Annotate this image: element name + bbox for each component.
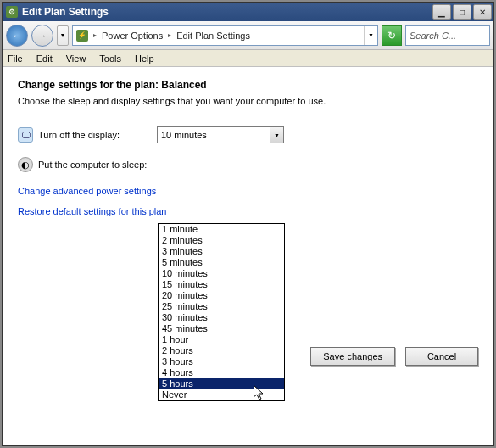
dropdown-option[interactable]: 4 hours bbox=[159, 367, 284, 378]
dropdown-option[interactable]: 2 hours bbox=[159, 345, 284, 356]
dropdown-option[interactable]: 5 minutes bbox=[159, 257, 284, 268]
address-bar[interactable]: ⚡ ▸ Power Options ▸ Edit Plan Settings ▼ bbox=[72, 25, 378, 46]
breadcrumb-1[interactable]: Power Options bbox=[102, 31, 163, 41]
dropdown-option[interactable]: 3 minutes bbox=[159, 246, 284, 257]
moon-icon: ◐ bbox=[18, 157, 33, 172]
arrow-left-icon: ← bbox=[13, 31, 22, 41]
menu-file[interactable]: File bbox=[8, 53, 23, 64]
dropdown-option[interactable]: 30 minutes bbox=[159, 312, 284, 323]
display-icon: 🖵 bbox=[18, 127, 33, 143]
link-restore-defaults[interactable]: Restore default settings for this plan bbox=[18, 206, 478, 216]
cancel-button-label: Cancel bbox=[427, 351, 456, 361]
link-advanced-settings[interactable]: Change advanced power settings bbox=[18, 186, 478, 196]
dropdown-option[interactable]: 3 hours bbox=[159, 356, 284, 367]
dropdown-option[interactable]: 1 minute bbox=[159, 224, 284, 235]
location-icon: ⚡ bbox=[76, 30, 88, 42]
save-button-label: Save changes bbox=[323, 351, 382, 361]
refresh-icon: ↻ bbox=[387, 30, 396, 42]
dropdown-option[interactable]: Never bbox=[159, 389, 284, 400]
setting-display-off: 🖵 Turn off the display: 10 minutes ▼ bbox=[18, 126, 478, 143]
display-off-label: Turn off the display: bbox=[38, 130, 157, 140]
refresh-button[interactable]: ↻ bbox=[382, 25, 402, 46]
search-input[interactable]: Search C... bbox=[405, 25, 490, 46]
maximize-button[interactable]: □ bbox=[453, 4, 471, 20]
menu-tools[interactable]: Tools bbox=[99, 53, 121, 64]
chevron-right-icon: ▸ bbox=[166, 31, 173, 39]
dropdown-option[interactable]: 20 minutes bbox=[159, 290, 284, 301]
page-heading: Change settings for the plan: Balanced bbox=[18, 79, 478, 91]
arrow-right-icon: → bbox=[38, 31, 47, 41]
button-row: Save changes Cancel bbox=[310, 347, 478, 366]
dropdown-option[interactable]: 15 minutes bbox=[159, 279, 284, 290]
save-button[interactable]: Save changes bbox=[310, 347, 395, 366]
titlebar: ⚙ Edit Plan Settings ▁ □ ✕ bbox=[3, 3, 493, 21]
menu-help[interactable]: Help bbox=[135, 53, 154, 64]
dropdown-option[interactable]: 1 hour bbox=[159, 334, 284, 345]
display-off-combo[interactable]: 10 minutes ▼ bbox=[157, 126, 284, 143]
search-placeholder: Search C... bbox=[410, 31, 456, 41]
forward-button[interactable]: → bbox=[31, 25, 53, 47]
menu-bar: File Edit View Tools Help bbox=[3, 50, 493, 67]
app-icon: ⚙ bbox=[6, 6, 18, 18]
minimize-button[interactable]: ▁ bbox=[432, 4, 451, 20]
display-off-value: 10 minutes bbox=[161, 130, 207, 140]
dropdown-option[interactable]: 25 minutes bbox=[159, 301, 284, 312]
combo-dropdown-button[interactable]: ▼ bbox=[270, 127, 283, 143]
address-dropdown[interactable]: ▼ bbox=[364, 26, 377, 45]
close-button[interactable]: ✕ bbox=[473, 4, 492, 20]
breadcrumb-2[interactable]: Edit Plan Settings bbox=[176, 31, 250, 41]
window-frame: ⚙ Edit Plan Settings ▁ □ ✕ ← → ▼ ⚡ ▸ Pow… bbox=[2, 2, 494, 446]
menu-view[interactable]: View bbox=[66, 53, 86, 64]
nav-history-dropdown[interactable]: ▼ bbox=[57, 25, 69, 46]
setting-sleep: ◐ Put the computer to sleep: bbox=[18, 157, 478, 172]
content-area: Change settings for the plan: Balanced C… bbox=[3, 67, 493, 445]
dropdown-option[interactable]: 45 minutes bbox=[159, 323, 284, 334]
menu-edit[interactable]: Edit bbox=[36, 53, 53, 64]
dropdown-option[interactable]: 5 hours bbox=[159, 378, 284, 389]
page-subtext: Choose the sleep and display settings th… bbox=[18, 96, 478, 106]
window-title: Edit Plan Settings bbox=[22, 6, 432, 18]
cancel-button[interactable]: Cancel bbox=[405, 347, 478, 366]
chevron-right-icon: ▸ bbox=[92, 31, 98, 39]
sleep-label: Put the computer to sleep: bbox=[38, 160, 157, 170]
dropdown-option[interactable]: 10 minutes bbox=[159, 268, 284, 279]
display-off-dropdown-list[interactable]: 1 minute2 minutes3 minutes5 minutes10 mi… bbox=[158, 223, 285, 401]
back-button[interactable]: ← bbox=[6, 25, 28, 47]
dropdown-option[interactable]: 2 minutes bbox=[159, 235, 284, 246]
nav-toolbar: ← → ▼ ⚡ ▸ Power Options ▸ Edit Plan Sett… bbox=[3, 21, 493, 50]
